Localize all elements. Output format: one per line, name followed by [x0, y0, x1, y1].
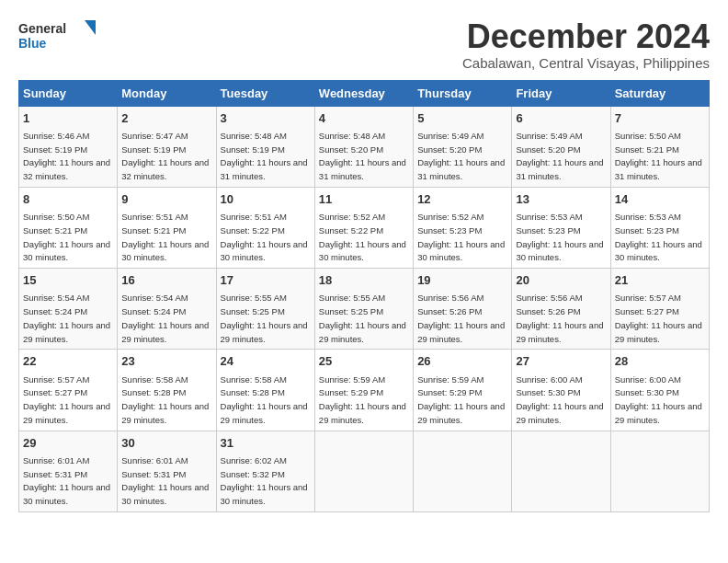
calendar-cell: 27 Sunrise: 6:00 AMSunset: 5:30 PMDaylig… [512, 350, 610, 431]
calendar-cell: 5 Sunrise: 5:49 AMSunset: 5:20 PMDayligh… [414, 106, 512, 187]
day-number: 5 [417, 110, 507, 127]
calendar-cell: 8 Sunrise: 5:50 AMSunset: 5:21 PMDayligh… [19, 187, 118, 268]
day-number: 12 [417, 191, 507, 208]
day-number: 26 [417, 353, 507, 370]
day-number: 15 [23, 272, 113, 289]
calendar-cell [414, 431, 512, 511]
header-day-sunday: Sunday [19, 80, 118, 106]
day-number: 7 [615, 110, 705, 127]
day-number: 3 [221, 110, 311, 127]
day-info: Sunrise: 5:55 AMSunset: 5:25 PMDaylight:… [221, 293, 308, 343]
calendar-cell: 6 Sunrise: 5:49 AMSunset: 5:20 PMDayligh… [512, 106, 610, 187]
week-row-2: 8 Sunrise: 5:50 AMSunset: 5:21 PMDayligh… [19, 187, 710, 268]
day-info: Sunrise: 5:50 AMSunset: 5:21 PMDaylight:… [615, 131, 702, 181]
location-title: Cabalawan, Central Visayas, Philippines [462, 55, 710, 71]
calendar-cell: 4 Sunrise: 5:48 AMSunset: 5:20 PMDayligh… [314, 106, 413, 187]
day-info: Sunrise: 5:49 AMSunset: 5:20 PMDaylight:… [417, 131, 505, 181]
calendar-cell [610, 431, 709, 511]
day-number: 17 [221, 272, 311, 289]
day-info: Sunrise: 5:51 AMSunset: 5:22 PMDaylight:… [221, 212, 308, 262]
calendar-cell: 13 Sunrise: 5:53 AMSunset: 5:23 PMDaylig… [512, 187, 610, 268]
day-number: 9 [121, 191, 211, 208]
calendar-cell: 14 Sunrise: 5:53 AMSunset: 5:23 PMDaylig… [610, 187, 709, 268]
calendar-cell: 30 Sunrise: 6:01 AMSunset: 5:31 PMDaylig… [118, 431, 216, 511]
day-number: 18 [319, 272, 409, 289]
day-info: Sunrise: 6:01 AMSunset: 5:31 PMDaylight:… [121, 455, 209, 506]
day-info: Sunrise: 5:55 AMSunset: 5:25 PMDaylight:… [319, 293, 406, 343]
week-row-5: 29 Sunrise: 6:01 AMSunset: 5:31 PMDaylig… [19, 431, 710, 511]
month-title: December 2024 [462, 18, 710, 55]
day-info: Sunrise: 6:00 AMSunset: 5:30 PMDaylight:… [615, 374, 702, 425]
day-number: 2 [121, 110, 211, 127]
calendar-cell: 19 Sunrise: 5:56 AMSunset: 5:26 PMDaylig… [414, 269, 512, 350]
header-day-thursday: Thursday [414, 80, 512, 106]
day-info: Sunrise: 5:57 AMSunset: 5:27 PMDaylight:… [615, 293, 702, 343]
calendar-cell: 28 Sunrise: 6:00 AMSunset: 5:30 PMDaylig… [610, 350, 709, 431]
day-info: Sunrise: 6:01 AMSunset: 5:31 PMDaylight:… [23, 455, 110, 506]
day-number: 30 [121, 435, 211, 452]
week-row-3: 15 Sunrise: 5:54 AMSunset: 5:24 PMDaylig… [19, 269, 710, 350]
day-number: 20 [516, 272, 606, 289]
header-day-monday: Monday [118, 80, 216, 106]
calendar-cell: 9 Sunrise: 5:51 AMSunset: 5:21 PMDayligh… [118, 187, 216, 268]
week-row-1: 1 Sunrise: 5:46 AMSunset: 5:19 PMDayligh… [19, 106, 710, 187]
header-day-wednesday: Wednesday [314, 80, 413, 106]
calendar-cell [512, 431, 610, 511]
calendar-cell: 17 Sunrise: 5:55 AMSunset: 5:25 PMDaylig… [216, 269, 314, 350]
header-row: SundayMondayTuesdayWednesdayThursdayFrid… [19, 80, 710, 106]
day-info: Sunrise: 5:58 AMSunset: 5:28 PMDaylight:… [221, 374, 308, 425]
day-info: Sunrise: 5:48 AMSunset: 5:19 PMDaylight:… [221, 131, 308, 181]
calendar-cell: 26 Sunrise: 5:59 AMSunset: 5:29 PMDaylig… [414, 350, 512, 431]
logo: General Blue [18, 18, 101, 55]
day-number: 29 [23, 435, 113, 452]
day-info: Sunrise: 5:48 AMSunset: 5:20 PMDaylight:… [319, 131, 406, 181]
week-row-4: 22 Sunrise: 5:57 AMSunset: 5:27 PMDaylig… [19, 350, 710, 431]
day-number: 28 [615, 353, 705, 370]
calendar-cell: 12 Sunrise: 5:52 AMSunset: 5:23 PMDaylig… [414, 187, 512, 268]
day-number: 8 [23, 191, 113, 208]
calendar-cell: 11 Sunrise: 5:52 AMSunset: 5:22 PMDaylig… [314, 187, 413, 268]
title-area: December 2024 Cabalawan, Central Visayas… [462, 18, 710, 71]
day-number: 4 [319, 110, 409, 127]
calendar-cell: 3 Sunrise: 5:48 AMSunset: 5:19 PMDayligh… [216, 106, 314, 187]
day-info: Sunrise: 6:00 AMSunset: 5:30 PMDaylight:… [516, 374, 603, 425]
day-info: Sunrise: 6:02 AMSunset: 5:32 PMDaylight:… [221, 455, 308, 506]
day-number: 13 [516, 191, 606, 208]
day-info: Sunrise: 5:53 AMSunset: 5:23 PMDaylight:… [516, 212, 603, 262]
day-info: Sunrise: 5:56 AMSunset: 5:26 PMDaylight:… [417, 293, 505, 343]
day-info: Sunrise: 5:52 AMSunset: 5:22 PMDaylight:… [319, 212, 406, 262]
day-info: Sunrise: 5:46 AMSunset: 5:19 PMDaylight:… [23, 131, 110, 181]
calendar-cell: 15 Sunrise: 5:54 AMSunset: 5:24 PMDaylig… [19, 269, 118, 350]
day-info: Sunrise: 5:52 AMSunset: 5:23 PMDaylight:… [417, 212, 505, 262]
calendar-cell: 31 Sunrise: 6:02 AMSunset: 5:32 PMDaylig… [216, 431, 314, 511]
calendar-cell: 10 Sunrise: 5:51 AMSunset: 5:22 PMDaylig… [216, 187, 314, 268]
day-info: Sunrise: 5:50 AMSunset: 5:21 PMDaylight:… [23, 212, 110, 262]
day-info: Sunrise: 5:54 AMSunset: 5:24 PMDaylight:… [121, 293, 209, 343]
day-info: Sunrise: 5:47 AMSunset: 5:19 PMDaylight:… [121, 131, 209, 181]
header-day-tuesday: Tuesday [216, 80, 314, 106]
day-number: 31 [221, 435, 311, 452]
day-number: 19 [417, 272, 507, 289]
day-number: 16 [121, 272, 211, 289]
day-info: Sunrise: 5:56 AMSunset: 5:26 PMDaylight:… [516, 293, 603, 343]
calendar-cell: 18 Sunrise: 5:55 AMSunset: 5:25 PMDaylig… [314, 269, 413, 350]
svg-text:Blue: Blue [18, 36, 47, 51]
day-number: 1 [23, 110, 113, 127]
day-number: 23 [121, 353, 211, 370]
header-day-saturday: Saturday [610, 80, 709, 106]
logo-svg: General Blue [18, 18, 101, 55]
day-number: 21 [615, 272, 705, 289]
day-number: 14 [615, 191, 705, 208]
day-number: 10 [221, 191, 311, 208]
calendar-cell: 7 Sunrise: 5:50 AMSunset: 5:21 PMDayligh… [610, 106, 709, 187]
svg-marker-2 [85, 20, 96, 35]
day-info: Sunrise: 5:57 AMSunset: 5:27 PMDaylight:… [23, 374, 110, 425]
calendar-cell: 22 Sunrise: 5:57 AMSunset: 5:27 PMDaylig… [19, 350, 118, 431]
calendar-cell: 21 Sunrise: 5:57 AMSunset: 5:27 PMDaylig… [610, 269, 709, 350]
calendar-cell: 2 Sunrise: 5:47 AMSunset: 5:19 PMDayligh… [118, 106, 216, 187]
svg-text:General: General [18, 21, 66, 36]
day-info: Sunrise: 5:58 AMSunset: 5:28 PMDaylight:… [121, 374, 209, 425]
day-info: Sunrise: 5:51 AMSunset: 5:21 PMDaylight:… [121, 212, 209, 262]
day-info: Sunrise: 5:49 AMSunset: 5:20 PMDaylight:… [516, 131, 603, 181]
calendar-cell: 16 Sunrise: 5:54 AMSunset: 5:24 PMDaylig… [118, 269, 216, 350]
